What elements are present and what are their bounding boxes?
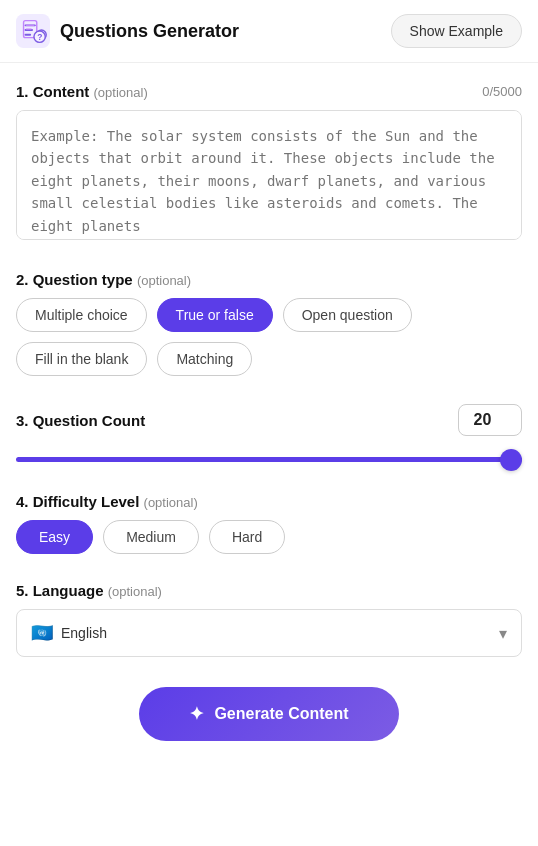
section2-title: 2. Question type (optional) xyxy=(16,271,191,288)
section4-title: 4. Difficulty Level (optional) xyxy=(16,493,198,510)
section-difficulty: 4. Difficulty Level (optional) Easy Medi… xyxy=(16,493,522,554)
section1-label: 1. Content (optional) 0/5000 xyxy=(16,83,522,100)
language-label: English xyxy=(61,625,107,641)
count-input[interactable] xyxy=(471,411,509,429)
question-count-row: 3. Question Count xyxy=(16,404,522,436)
pill-easy[interactable]: Easy xyxy=(16,520,93,554)
char-count: 0/5000 xyxy=(482,84,522,99)
sparkle-icon: ✦ xyxy=(189,703,204,725)
section-language: 5. Language (optional) 🇺🇳 English ▾ xyxy=(16,582,522,657)
content-textarea[interactable] xyxy=(16,110,522,240)
pill-hard[interactable]: Hard xyxy=(209,520,285,554)
section3-label: 3. Question Count xyxy=(16,412,145,429)
section5-title: 5. Language (optional) xyxy=(16,582,162,599)
pill-open-question[interactable]: Open question xyxy=(283,298,412,332)
questions-generator-icon: ? xyxy=(16,14,50,48)
generate-btn-wrap: ✦ Generate Content xyxy=(0,677,538,771)
pill-true-or-false[interactable]: True or false xyxy=(157,298,273,332)
language-dropdown[interactable]: 🇺🇳 English ▾ xyxy=(16,609,522,657)
count-input-wrap xyxy=(458,404,522,436)
section1-title: 1. Content (optional) xyxy=(16,83,148,100)
generate-button[interactable]: ✦ Generate Content xyxy=(139,687,399,741)
chevron-down-icon: ▾ xyxy=(499,624,507,643)
main-content: 1. Content (optional) 0/5000 2. Question… xyxy=(0,63,538,677)
pill-multiple-choice[interactable]: Multiple choice xyxy=(16,298,147,332)
section4-label: 4. Difficulty Level (optional) xyxy=(16,493,522,510)
difficulty-group: Easy Medium Hard xyxy=(16,520,522,554)
slider-container xyxy=(16,448,522,465)
header: ? Questions Generator Show Example xyxy=(0,0,538,63)
pill-medium[interactable]: Medium xyxy=(103,520,199,554)
generate-button-label: Generate Content xyxy=(214,705,348,723)
language-left: 🇺🇳 English xyxy=(31,622,107,644)
language-flag: 🇺🇳 xyxy=(31,622,53,644)
section5-label: 5. Language (optional) xyxy=(16,582,522,599)
section-question-type: 2. Question type (optional) Multiple cho… xyxy=(16,271,522,376)
question-type-group: Multiple choice True or false Open quest… xyxy=(16,298,522,376)
header-left: ? Questions Generator xyxy=(16,14,239,48)
app-title: Questions Generator xyxy=(60,21,239,42)
svg-text:?: ? xyxy=(37,32,42,42)
pill-matching[interactable]: Matching xyxy=(157,342,252,376)
section-question-count: 3. Question Count xyxy=(16,404,522,465)
section2-label: 2. Question type (optional) xyxy=(16,271,522,288)
question-count-slider[interactable] xyxy=(16,457,522,462)
pill-fill-in-the-blank[interactable]: Fill in the blank xyxy=(16,342,147,376)
show-example-button[interactable]: Show Example xyxy=(391,14,522,48)
section-content: 1. Content (optional) 0/5000 xyxy=(16,83,522,243)
